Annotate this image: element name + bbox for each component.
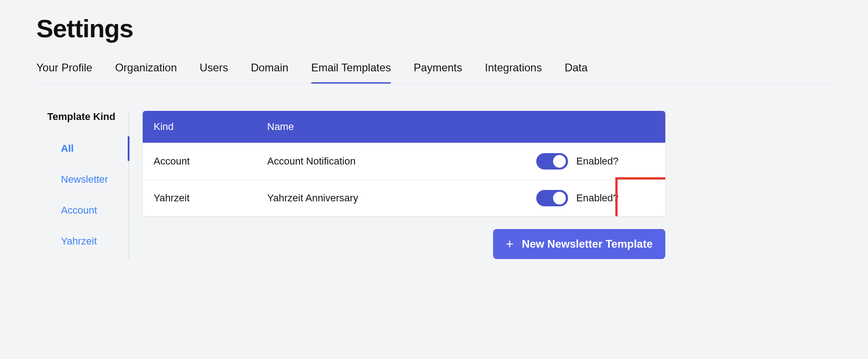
tab-users[interactable]: Users (200, 61, 228, 83)
enabled-toggle[interactable] (536, 153, 568, 170)
sidebar-heading: Template Kind (47, 111, 129, 123)
tab-integrations[interactable]: Integrations (485, 61, 542, 83)
enabled-label: Enabled? (576, 155, 619, 167)
row-kind: Yahrzeit (154, 192, 267, 204)
sidebar-item-account[interactable]: Account (47, 198, 129, 223)
table-row[interactable]: Account Account Notification Enabled? (143, 143, 665, 180)
templates-table: Kind Name Account Account Notification E… (143, 111, 665, 216)
tab-data[interactable]: Data (564, 61, 588, 83)
row-name: Account Notification (267, 155, 536, 167)
plus-icon: + (506, 237, 514, 251)
enabled-toggle[interactable] (536, 190, 568, 206)
row-name: Yahrzeit Anniversary (267, 192, 536, 204)
tab-organization[interactable]: Organization (115, 61, 177, 83)
table-row[interactable]: Yahrzeit Yahrzeit Anniversary Enabled? (143, 180, 665, 216)
settings-tabs: Your Profile Organization Users Domain E… (36, 61, 832, 84)
header-kind: Kind (154, 121, 267, 133)
enabled-label: Enabled? (576, 192, 619, 204)
template-kind-sidebar: Template Kind All Newsletter Account Yah… (47, 111, 129, 260)
sidebar-item-all[interactable]: All (47, 136, 129, 161)
tab-payments[interactable]: Payments (414, 61, 462, 83)
row-kind: Account (154, 155, 267, 167)
new-newsletter-template-button[interactable]: + New Newsletter Template (493, 229, 665, 259)
sidebar-item-newsletter[interactable]: Newsletter (47, 167, 129, 192)
tab-domain[interactable]: Domain (251, 61, 289, 83)
tab-email-templates[interactable]: Email Templates (311, 61, 391, 83)
header-name: Name (267, 121, 536, 133)
sidebar-item-yahrzeit[interactable]: Yahrzeit (47, 229, 129, 254)
new-template-label: New Newsletter Template (522, 238, 653, 250)
table-header: Kind Name (143, 111, 665, 143)
page-title: Settings (36, 14, 832, 43)
tab-your-profile[interactable]: Your Profile (36, 61, 92, 83)
